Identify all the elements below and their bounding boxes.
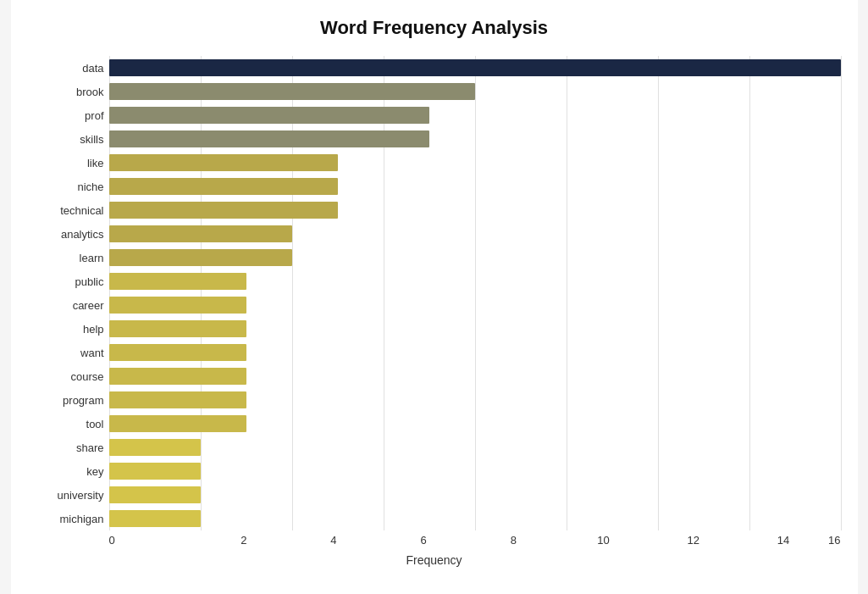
bar-technical: [109, 202, 338, 219]
plot-area: databrookprofskillslikenichetechnicalana…: [28, 56, 841, 530]
bar-row-prof: [109, 103, 841, 127]
y-label-key: key: [28, 459, 104, 483]
bar-data: [109, 59, 841, 76]
x-axis-label: Frequency: [28, 553, 841, 567]
x-tick-2: 2: [199, 534, 289, 547]
x-tick-10: 10: [558, 534, 648, 547]
x-tick-12: 12: [649, 534, 738, 547]
bar-skills: [109, 130, 429, 147]
bar-row-public: [109, 269, 841, 293]
bar-michigan: [109, 510, 201, 527]
y-label-skills: skills: [28, 127, 104, 151]
bar-share: [109, 439, 201, 456]
x-tick-14: 14: [738, 534, 828, 547]
bar-row-key: [109, 459, 841, 483]
chart-title: Word Frequency Analysis: [28, 17, 841, 39]
bar-row-michigan: [109, 507, 841, 530]
x-tick-8: 8: [468, 534, 558, 547]
x-tick-16: 16: [828, 534, 840, 547]
y-label-michigan: michigan: [28, 507, 104, 530]
bar-row-like: [109, 151, 841, 175]
bar-row-skills: [109, 127, 841, 151]
bar-row-technical: [109, 198, 841, 222]
bar-brook: [109, 83, 475, 100]
bar-row-university: [109, 483, 841, 507]
bar-row-tool: [109, 412, 841, 436]
bar-university: [109, 486, 201, 503]
bar-analytics: [109, 225, 292, 242]
grid-line-16: [841, 56, 842, 530]
bar-row-career: [109, 293, 841, 317]
bar-help: [109, 320, 246, 337]
bar-row-analytics: [109, 222, 841, 246]
y-label-analytics: analytics: [28, 222, 104, 246]
bar-row-course: [109, 364, 841, 388]
x-tick-0: 0: [109, 534, 199, 547]
x-tick-4: 4: [289, 534, 379, 547]
chart-container: Word Frequency Analysis databrookprofski…: [11, 0, 858, 594]
bar-row-niche: [109, 175, 841, 198]
y-label-career: career: [28, 293, 104, 317]
y-label-brook: brook: [28, 80, 104, 103]
bar-program: [109, 391, 246, 408]
y-label-program: program: [28, 388, 104, 412]
bar-tool: [109, 415, 246, 432]
bar-like: [109, 154, 338, 171]
bar-row-brook: [109, 80, 841, 103]
y-label-want: want: [28, 341, 104, 364]
bar-public: [109, 273, 246, 290]
y-label-public: public: [28, 269, 104, 293]
bar-row-program: [109, 388, 841, 412]
bar-prof: [109, 107, 429, 124]
y-label-university: university: [28, 483, 104, 507]
chart-area: databrookprofskillslikenichetechnicalana…: [28, 56, 841, 567]
y-label-learn: learn: [28, 246, 104, 269]
bar-career: [109, 297, 246, 314]
y-label-help: help: [28, 317, 104, 341]
y-label-technical: technical: [28, 198, 104, 222]
y-label-niche: niche: [28, 175, 104, 198]
y-label-like: like: [28, 151, 104, 175]
bar-row-share: [109, 436, 841, 459]
y-label-prof: prof: [28, 103, 104, 127]
bar-row-want: [109, 341, 841, 364]
bar-want: [109, 344, 246, 361]
bars-and-grid: [109, 56, 841, 530]
y-label-tool: tool: [28, 412, 104, 436]
bar-row-data: [109, 56, 841, 80]
bar-niche: [109, 178, 338, 195]
y-label-course: course: [28, 364, 104, 388]
bar-course: [109, 368, 246, 385]
bar-key: [109, 463, 201, 480]
y-labels: databrookprofskillslikenichetechnicalana…: [28, 56, 104, 530]
x-tick-6: 6: [379, 534, 468, 547]
y-label-share: share: [28, 436, 104, 459]
bar-row-help: [109, 317, 841, 341]
y-label-data: data: [28, 56, 104, 80]
bar-learn: [109, 249, 292, 266]
bar-row-learn: [109, 246, 841, 269]
